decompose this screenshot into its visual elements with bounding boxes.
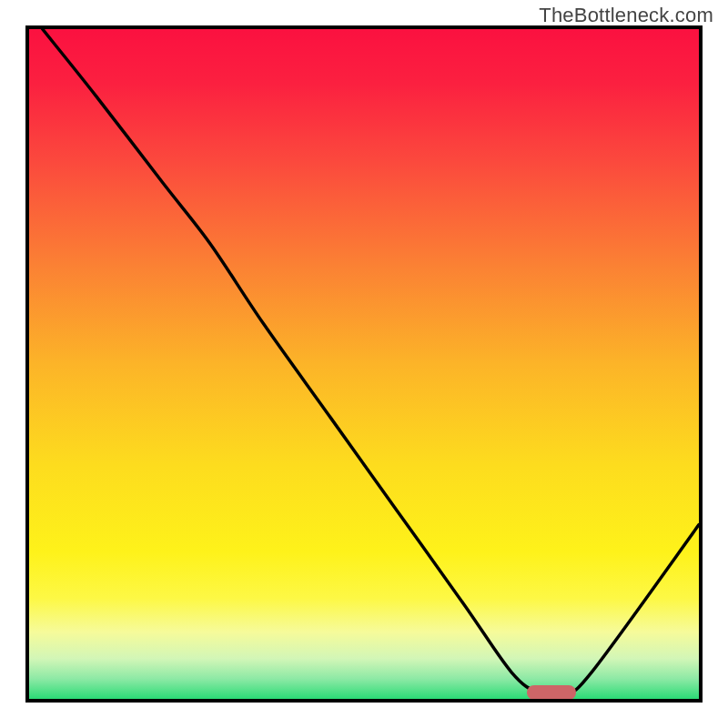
plot-area <box>25 25 703 703</box>
optimal-marker <box>527 685 576 700</box>
watermark-text: TheBottleneck.com <box>539 4 713 27</box>
curve-layer <box>29 29 699 699</box>
chart-container: TheBottleneck.com <box>0 0 728 728</box>
bottleneck-curve <box>43 29 699 694</box>
